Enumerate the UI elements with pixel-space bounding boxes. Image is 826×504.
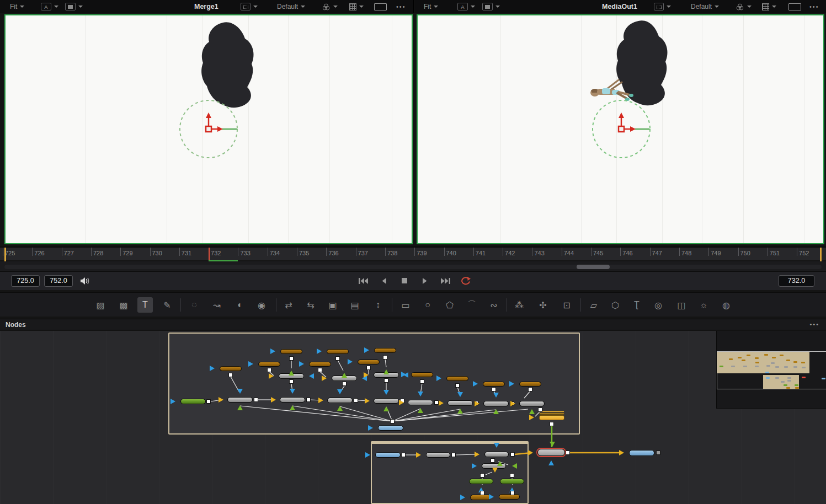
tool-transform-button[interactable]: ⇄ xyxy=(281,297,296,313)
step-back-button[interactable] xyxy=(378,274,390,287)
node-media[interactable] xyxy=(375,452,401,458)
current-frame-field[interactable]: 732.0 xyxy=(779,275,814,287)
nodes-panel-options-button[interactable]: ••• xyxy=(809,321,819,328)
range-start-marker[interactable] xyxy=(4,248,6,261)
node-source[interactable] xyxy=(309,362,331,367)
go-to-start-button[interactable] xyxy=(358,274,370,287)
frame-tick[interactable] xyxy=(179,248,180,256)
node-green[interactable] xyxy=(500,479,524,484)
frame-tick[interactable] xyxy=(562,248,562,256)
tool-spotlight-3d-button[interactable]: ☼ xyxy=(696,297,711,313)
play-button[interactable] xyxy=(419,274,431,287)
tool-image-plane-3d-button[interactable]: ▱ xyxy=(586,297,601,313)
right-ab-buffer-dropdown[interactable]: A xyxy=(457,0,475,13)
transform-widget[interactable] xyxy=(590,98,662,170)
frame-tick[interactable] xyxy=(238,248,238,256)
node-source[interactable] xyxy=(499,494,520,500)
tool-shape-3d-button[interactable]: ⬡ xyxy=(607,297,623,313)
tool-p-render-button[interactable]: ⊡ xyxy=(559,297,574,313)
timeline-scrollbar-thumb[interactable] xyxy=(577,265,610,269)
tool-rectangle-mask-button[interactable]: ▭ xyxy=(398,297,413,313)
node-group-box[interactable] xyxy=(168,333,580,435)
loop-button[interactable] xyxy=(460,274,472,287)
audio-mute-button[interactable] xyxy=(79,276,90,286)
frame-tick[interactable] xyxy=(738,248,739,256)
tool-polygon-mask-button[interactable]: ⬠ xyxy=(442,297,457,313)
tool-blur-button[interactable]: ◌ xyxy=(186,297,202,313)
range-in-field[interactable]: 725.0 xyxy=(11,275,40,287)
tool-dve-button[interactable]: ⇆ xyxy=(303,297,318,313)
tool-resize-button[interactable]: ↕ xyxy=(370,297,386,313)
tool-renderer-3d-button[interactable]: ◍ xyxy=(718,297,734,313)
frame-tick[interactable] xyxy=(797,248,797,256)
node-source[interactable] xyxy=(483,382,505,387)
right-frame-button[interactable] xyxy=(788,0,801,13)
frame-tick[interactable] xyxy=(620,248,621,256)
tool-brightness-contrast-button[interactable]: ◐ xyxy=(232,297,248,313)
node-tool[interactable] xyxy=(484,452,509,457)
frame-tick[interactable] xyxy=(768,248,768,256)
frame-tick[interactable] xyxy=(650,248,651,256)
tool-paint-button[interactable]: ✎ xyxy=(159,297,175,313)
right-roi-dropdown[interactable] xyxy=(654,0,671,13)
tool-camera-3d-button[interactable]: ◫ xyxy=(674,297,689,313)
left-viewer[interactable] xyxy=(4,14,413,244)
tool-mask-paint-button[interactable]: ∾ xyxy=(486,297,502,313)
right-guides-dropdown[interactable] xyxy=(762,0,776,13)
playhead[interactable] xyxy=(209,248,210,261)
frame-tick[interactable] xyxy=(503,248,503,256)
node-source[interactable] xyxy=(327,349,349,354)
right-zoom-dropdown[interactable]: Fit xyxy=(424,0,438,13)
frame-tick[interactable] xyxy=(473,248,474,256)
right-color-controls-dropdown[interactable] xyxy=(736,0,752,13)
node-green[interactable] xyxy=(180,399,206,404)
frame-tick[interactable] xyxy=(297,248,297,256)
left-frame-button[interactable] xyxy=(374,0,387,13)
right-viewer[interactable] xyxy=(417,14,824,244)
node-source[interactable] xyxy=(446,376,468,381)
tool-color-corrector-button[interactable]: ◉ xyxy=(254,297,269,313)
left-lut-dropdown[interactable]: Default xyxy=(277,0,305,13)
left-viewer-options-button[interactable]: ••• xyxy=(396,0,406,13)
tool-color-curves-button[interactable]: ↝ xyxy=(209,297,225,313)
node-media[interactable] xyxy=(629,450,654,456)
node-tool[interactable] xyxy=(519,401,545,406)
tool-matte-control-button[interactable]: ▤ xyxy=(347,297,363,313)
node-source[interactable] xyxy=(470,495,491,500)
frame-tick[interactable] xyxy=(326,248,327,256)
node-media[interactable] xyxy=(378,425,403,431)
node-editor-minimap[interactable] xyxy=(716,331,826,409)
tool-p-emitter-button[interactable]: ⁂ xyxy=(511,297,527,313)
tool-p-merge-button[interactable]: ✣ xyxy=(535,297,551,313)
node-tool[interactable] xyxy=(227,397,253,403)
node-source[interactable] xyxy=(519,382,541,387)
tool-merge-button[interactable]: ▣ xyxy=(325,297,340,313)
node-tool[interactable] xyxy=(447,400,473,406)
frame-tick[interactable] xyxy=(414,248,415,256)
frame-tick[interactable] xyxy=(120,248,121,256)
tool-ellipse-mask-button[interactable]: ○ xyxy=(420,297,435,313)
node-editor[interactable] xyxy=(0,331,826,504)
node-green[interactable] xyxy=(469,479,493,484)
frame-tick[interactable] xyxy=(91,248,92,256)
range-out-field[interactable]: 752.0 xyxy=(44,275,73,287)
right-channel-dropdown[interactable] xyxy=(482,0,500,13)
stop-button[interactable] xyxy=(398,274,411,287)
timeline-ruler[interactable]: 7257267277287297307317327337347357367377… xyxy=(0,246,826,260)
left-channel-dropdown[interactable] xyxy=(65,0,83,13)
tool-text-3d-button[interactable]: Ʈ xyxy=(629,297,644,313)
right-lut-dropdown[interactable]: Default xyxy=(691,0,719,13)
node-stack[interactable] xyxy=(539,411,564,420)
node-source[interactable] xyxy=(258,362,280,367)
node-tool[interactable] xyxy=(483,401,509,406)
left-zoom-dropdown[interactable]: Fit xyxy=(10,0,24,13)
tool-merge-3d-button[interactable]: ◎ xyxy=(651,297,666,313)
left-color-controls-dropdown[interactable] xyxy=(322,0,338,13)
transform-widget[interactable] xyxy=(178,98,249,170)
node-tool[interactable] xyxy=(426,452,450,458)
frame-tick[interactable] xyxy=(32,248,33,256)
node-source[interactable] xyxy=(374,348,396,353)
frame-tick[interactable] xyxy=(62,248,62,256)
tool-fastnoise-button[interactable]: ▩ xyxy=(116,297,131,313)
node-source[interactable] xyxy=(220,366,242,371)
